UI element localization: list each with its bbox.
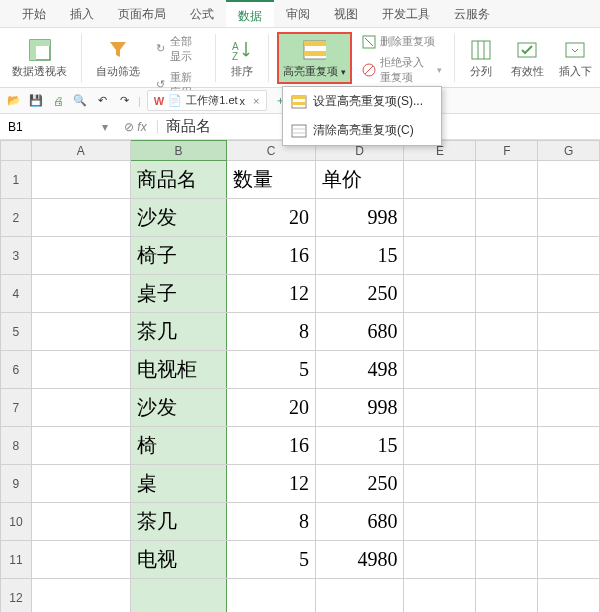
menu-tab-开始[interactable]: 开始 [10,0,58,27]
reject-dup-button[interactable]: 拒绝录入重复项 ▾ [358,53,446,87]
cell[interactable] [476,313,538,351]
cell[interactable]: 998 [315,199,404,237]
close-icon[interactable]: × [253,95,259,107]
cell[interactable]: 15 [315,237,404,275]
cell[interactable] [31,275,130,313]
cell[interactable] [538,161,600,199]
cell[interactable] [538,313,600,351]
set-highlight-dup-item[interactable]: 设置高亮重复项(S)... [283,87,441,116]
cell[interactable] [538,427,600,465]
cell[interactable] [476,161,538,199]
cell[interactable]: 680 [315,503,404,541]
cell[interactable]: 998 [315,389,404,427]
fx-icon[interactable]: ⊘ fx [114,120,158,134]
autofilter-button[interactable]: 自动筛选 [90,32,146,84]
cell[interactable]: 15 [315,427,404,465]
cell[interactable] [538,351,600,389]
cell[interactable]: 12 [227,275,316,313]
text-to-columns-button[interactable]: 分列 [463,32,499,84]
cell[interactable] [404,313,476,351]
cell[interactable] [538,503,600,541]
formula-bar[interactable]: 商品名 [158,117,219,136]
menu-tab-插入[interactable]: 插入 [58,0,106,27]
menu-tab-数据[interactable]: 数据 [226,0,274,27]
cell[interactable] [130,579,227,613]
row-header[interactable]: 6 [1,351,32,389]
menu-tab-公式[interactable]: 公式 [178,0,226,27]
row-header[interactable]: 12 [1,579,32,613]
cell[interactable] [404,427,476,465]
name-box-dropdown-icon[interactable]: ▾ [96,120,114,134]
cell[interactable]: 20 [227,199,316,237]
cell[interactable] [476,579,538,613]
cell[interactable] [315,579,404,613]
cell[interactable] [31,237,130,275]
cell[interactable]: 20 [227,389,316,427]
clear-highlight-dup-item[interactable]: 清除高亮重复项(C) [283,116,441,145]
row-header[interactable]: 8 [1,427,32,465]
cell[interactable] [538,541,600,579]
cell[interactable] [31,427,130,465]
cell[interactable]: 数量 [227,161,316,199]
column-header-F[interactable]: F [476,141,538,161]
validity-button[interactable]: 有效性 [505,32,550,84]
column-header-A[interactable]: A [31,141,130,161]
show-all-button[interactable]: ↻全部显示 [152,32,207,66]
cell[interactable]: 16 [227,237,316,275]
print-icon[interactable]: 🖨 [50,93,66,109]
row-header[interactable]: 5 [1,313,32,351]
cell[interactable] [538,199,600,237]
cell[interactable]: 商品名 [130,161,227,199]
cell[interactable]: 茶几 [130,503,227,541]
cell[interactable] [476,199,538,237]
cell[interactable] [404,541,476,579]
row-header[interactable]: 2 [1,199,32,237]
cell[interactable] [404,503,476,541]
cell[interactable] [538,389,600,427]
cell[interactable] [404,465,476,503]
cell[interactable] [404,161,476,199]
name-box-input[interactable] [0,120,96,134]
cell[interactable] [31,389,130,427]
cell[interactable]: 680 [315,313,404,351]
cell[interactable]: 电视 [130,541,227,579]
cell[interactable] [538,237,600,275]
cell[interactable]: 沙发 [130,389,227,427]
column-header-G[interactable]: G [538,141,600,161]
row-header[interactable]: 9 [1,465,32,503]
column-header-B[interactable]: B [130,141,227,161]
cell[interactable]: 8 [227,503,316,541]
cell[interactable]: 250 [315,275,404,313]
cell[interactable]: 12 [227,465,316,503]
cell[interactable] [31,161,130,199]
menu-tab-开发工具[interactable]: 开发工具 [370,0,442,27]
cell[interactable] [404,275,476,313]
cell[interactable] [404,351,476,389]
cell[interactable] [476,351,538,389]
row-header[interactable]: 7 [1,389,32,427]
cell[interactable] [404,199,476,237]
cell[interactable]: 电视柜 [130,351,227,389]
document-tab[interactable]: W 📄 工作簿1.etx × [147,90,267,111]
cell[interactable]: 250 [315,465,404,503]
cell[interactable]: 单价 [315,161,404,199]
cell[interactable]: 16 [227,427,316,465]
cell[interactable] [404,237,476,275]
select-all-corner[interactable] [1,141,32,161]
save-icon[interactable]: 💾 [28,93,44,109]
spreadsheet-grid[interactable]: ABCDEFG1商品名数量单价2沙发209983椅子16154桌子122505茶… [0,140,600,612]
cell[interactable] [404,579,476,613]
menu-tab-视图[interactable]: 视图 [322,0,370,27]
cell[interactable]: 8 [227,313,316,351]
cell[interactable] [31,351,130,389]
cell[interactable] [476,465,538,503]
cell[interactable]: 椅 [130,427,227,465]
print-preview-icon[interactable]: 🔍 [72,93,88,109]
cell[interactable] [31,313,130,351]
cell[interactable] [31,465,130,503]
cell[interactable] [31,503,130,541]
cell[interactable]: 498 [315,351,404,389]
row-header[interactable]: 1 [1,161,32,199]
menu-tab-审阅[interactable]: 审阅 [274,0,322,27]
cell[interactable] [227,579,316,613]
